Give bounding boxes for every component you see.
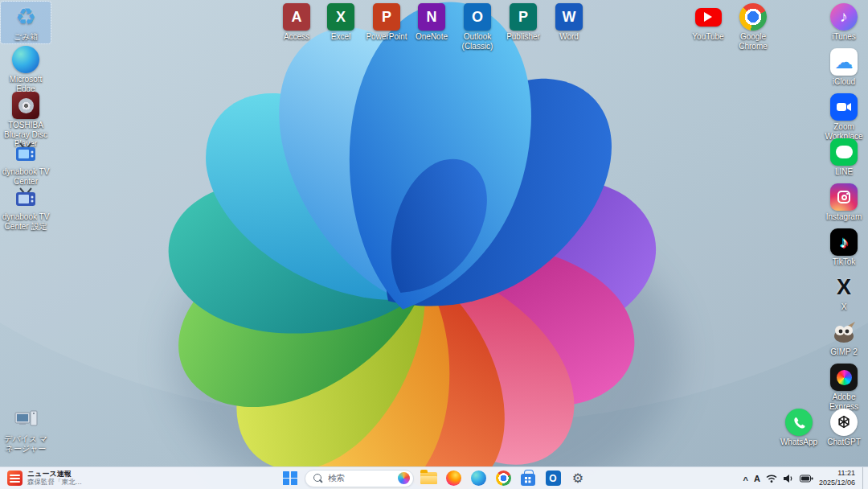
icon-label: Publisher [506, 32, 540, 42]
wifi-icon[interactable] [766, 474, 777, 483]
outlook-icon: O [464, 3, 491, 31]
taskbar-settings[interactable]: ⚙ [567, 469, 588, 488]
desktop-icon-google-chrome[interactable]: Google Chrome [728, 2, 778, 52]
desktop-icon-dynabook-tv-center-settings[interactable]: dynabook TV Center 設定 [1, 182, 51, 232]
icon-label: dynabook TV Center 設定 [1, 212, 51, 231]
desktop-icon-publisher[interactable]: P Publisher [498, 2, 548, 43]
desktop-icon-access[interactable]: A Access [272, 2, 321, 43]
folder-icon [420, 472, 437, 484]
desktop-icon-itunes[interactable]: ♪ iTunes [819, 2, 868, 43]
desktop-icon-instagram[interactable]: Instagram [819, 182, 868, 224]
start-button[interactable] [280, 469, 301, 488]
adobe-express-icon [830, 364, 858, 391]
taskbar-file-explorer[interactable] [418, 469, 439, 488]
itunes-icon: ♪ [830, 3, 858, 31]
battery-icon[interactable] [800, 475, 813, 483]
edge-icon [12, 46, 39, 73]
bluray-player-icon [12, 92, 39, 119]
widgets-button[interactable]: ニュース速報 森保監督「東北… [4, 469, 85, 488]
taskbar-search[interactable]: 検索 [305, 470, 414, 487]
taskbar-outlook[interactable]: O [542, 469, 563, 488]
speech-bubble-icon [836, 146, 853, 158]
device-manager-icon [12, 405, 39, 433]
icon-label: ごみ箱 [14, 32, 38, 42]
icon-label: iCloud [833, 77, 855, 87]
desktop-icon-gimp[interactable]: GIMP 2 [819, 317, 868, 359]
x-icon: X [830, 273, 858, 301]
clock[interactable]: 11:21 2025/12/06 [819, 469, 855, 487]
search-placeholder: 検索 [328, 473, 393, 484]
icon-label: TikTok [833, 257, 856, 267]
desktop-icon-outlook-classic[interactable]: O Outlook (Classic) [452, 2, 502, 52]
search-icon [313, 474, 323, 483]
tv-settings-icon [12, 183, 39, 211]
word-icon: W [555, 3, 583, 31]
taskbar-microsoft-edge[interactable] [468, 469, 489, 488]
firefox-icon [446, 471, 461, 486]
tray-time: 11:21 [819, 469, 855, 479]
desktop-icon-device-manager[interactable]: デバイス マネージャー [1, 404, 51, 454]
icon-label: PowerPoint [366, 32, 407, 42]
news-widget-icon [7, 471, 23, 486]
outlook-icon: O [546, 471, 561, 486]
publisher-icon: P [510, 3, 537, 31]
tray-overflow-chevron[interactable]: ^ [743, 475, 748, 485]
desktop-icon-whatsapp[interactable]: WhatsApp [774, 407, 824, 449]
taskbar-center: 検索 O ⚙ [280, 469, 588, 488]
icon-label: Google Chrome [728, 32, 778, 51]
icon-label: LINE [835, 167, 853, 177]
play-icon [695, 8, 722, 27]
tray-date: 2025/12/06 [819, 479, 855, 488]
desktop-icon-onenote[interactable]: N OneNote [407, 2, 457, 43]
desktop-icon-youtube[interactable]: YouTube [683, 2, 733, 43]
store-bag-icon [521, 474, 535, 486]
icon-label: Outlook (Classic) [452, 32, 502, 51]
show-desktop-button[interactable] [862, 467, 865, 489]
taskbar-firefox[interactable] [443, 469, 464, 488]
volume-icon[interactable] [783, 474, 794, 483]
desktop-icon-tiktok[interactable]: ♪ TikTok [819, 227, 868, 269]
widget-text: ニュース速報 森保監督「東北… [27, 471, 82, 486]
icon-label: iTunes [832, 32, 856, 42]
access-icon: A [283, 3, 310, 31]
recycle-bin-icon: ♻ [12, 3, 39, 31]
youtube-icon [694, 3, 722, 31]
music-note-icon: ♪ [840, 233, 848, 252]
icloud-icon: ☁ [830, 48, 858, 76]
tiktok-icon: ♪ [830, 228, 858, 256]
desktop-icon-zoom-workplace[interactable]: Zoom Workplace [819, 92, 868, 142]
desktop-icon-line[interactable]: LINE [819, 137, 868, 179]
desktop: ♻ ごみ箱 Microsoft Edge TOSHIBA Blu-ray Dis… [0, 0, 868, 466]
desktop-icon-chatgpt[interactable]: ChatGPT [819, 407, 868, 449]
desktop-icon-word[interactable]: W Word [544, 2, 594, 43]
icon-label: Word [559, 32, 579, 42]
icon-label: OneNote [416, 32, 448, 42]
search-highlights-icon [398, 472, 410, 484]
edge-icon [471, 471, 486, 486]
desktop-icon-recycle-bin[interactable]: ♻ ごみ箱 [1, 2, 51, 43]
desktop-icon-microsoft-edge[interactable]: Microsoft Edge [1, 44, 51, 95]
desktop-icon-icloud[interactable]: ☁ iCloud [819, 47, 868, 88]
taskbar-microsoft-store[interactable] [518, 469, 538, 488]
powerpoint-icon: P [373, 3, 400, 31]
desktop-icon-x[interactable]: X X [819, 272, 868, 314]
desktop-icon-excel[interactable]: X Excel [316, 2, 366, 43]
widget-subline: 森保監督「東北… [27, 479, 82, 486]
system-tray: ^ A 11:21 2025/12/06 [743, 467, 865, 489]
taskbar-google-chrome[interactable] [493, 469, 514, 488]
icon-label: ChatGPT [827, 438, 861, 447]
taskbar: ニュース速報 森保監督「東北… 検索 O ⚙ ^ A [0, 466, 868, 489]
icon-label: YouTube [692, 32, 723, 42]
windows-logo-icon [283, 471, 297, 486]
icon-label: Instagram [826, 212, 862, 222]
desktop-icon-powerpoint[interactable]: P PowerPoint [362, 2, 411, 43]
icon-label: Excel [331, 32, 350, 42]
gimp-icon [830, 318, 858, 346]
desktop-icon-dynabook-tv-center[interactable]: dynabook TV Center [1, 137, 51, 187]
icon-label: WhatsApp [780, 438, 817, 447]
ime-indicator[interactable]: A [754, 474, 760, 483]
gear-icon: ⚙ [572, 472, 583, 485]
chrome-icon [496, 471, 511, 486]
disc-icon [18, 98, 34, 113]
desktop-icon-adobe-express[interactable]: Adobe Express [819, 362, 868, 413]
